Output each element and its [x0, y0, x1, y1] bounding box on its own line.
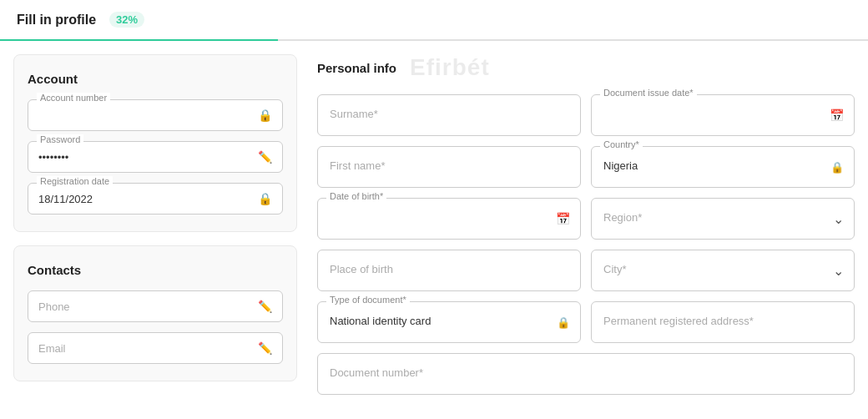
progress-badge: 32%	[109, 12, 144, 28]
account-number-input[interactable]	[38, 109, 249, 122]
email-field: ✏️	[28, 332, 283, 364]
doc-type-field: Type of document* National identity card…	[317, 301, 581, 343]
surname-input[interactable]	[330, 108, 547, 120]
account-number-field: Account number 🔒	[28, 99, 283, 131]
dob-field: Date of birth* 📅	[317, 198, 581, 240]
calendar-icon-2: 📅	[556, 212, 570, 225]
lock-icon: 🔒	[258, 109, 272, 122]
region-dropdown-icon: ⌄	[833, 211, 844, 227]
city-field: ⌄	[591, 250, 855, 291]
doc-type-label: Type of document*	[326, 295, 410, 305]
contacts-fields: ✏️ ✏️	[28, 290, 283, 364]
calendar-icon-1: 📅	[830, 109, 844, 122]
phone-pencil-icon: ✏️	[258, 300, 272, 313]
place-of-birth-input[interactable]	[330, 263, 547, 275]
page-title: Fill in profile	[17, 13, 96, 28]
account-card: Account Account number 🔒 Password ✏️	[13, 54, 297, 232]
registration-date-label: Registration date	[37, 176, 113, 186]
country-label: Country*	[600, 139, 643, 149]
account-fields: Account number 🔒 Password ✏️ Registratio…	[28, 99, 283, 215]
personal-info-grid: Document issue date* 📅 Country* Nigeria …	[317, 94, 855, 395]
email-pencil-icon: ✏️	[258, 341, 272, 355]
doc-issue-date-input[interactable]	[603, 108, 820, 120]
city-input[interactable]	[603, 263, 820, 275]
watermark: Efirbét	[410, 54, 490, 81]
country-value: Nigeria	[603, 159, 638, 172]
place-of-birth-field	[317, 250, 581, 291]
account-number-label: Account number	[37, 93, 110, 103]
password-field: Password ✏️	[28, 141, 283, 173]
contacts-title: Contacts	[28, 263, 283, 277]
registration-date-input[interactable]	[38, 193, 249, 205]
personal-info-title: Personal info	[317, 61, 396, 75]
doc-number-input[interactable]	[330, 366, 820, 379]
city-dropdown-icon: ⌄	[833, 263, 844, 279]
registration-date-field: Registration date 🔒	[28, 183, 283, 215]
password-input[interactable]	[38, 151, 249, 164]
perm-address-input[interactable]	[603, 315, 820, 327]
doc-type-lock-icon: 🔒	[557, 316, 570, 329]
dob-label: Date of birth*	[326, 191, 386, 201]
page-wrapper: Fill in profile 32% Account Account numb…	[0, 0, 868, 419]
region-input[interactable]	[603, 211, 820, 224]
surname-field	[317, 94, 581, 136]
main-content: Account Account number 🔒 Password ✏️	[0, 41, 868, 408]
phone-field: ✏️	[28, 290, 283, 322]
left-panel: Account Account number 🔒 Password ✏️	[13, 54, 297, 381]
header: Fill in profile 32%	[0, 0, 868, 41]
first-name-input[interactable]	[330, 159, 547, 172]
lock-icon-2: 🔒	[258, 192, 272, 205]
dob-input[interactable]	[330, 211, 547, 224]
doc-issue-date-field: Document issue date* 📅	[591, 94, 855, 136]
account-title: Account	[28, 72, 283, 86]
doc-type-value: National identity card	[330, 315, 431, 327]
perm-address-field	[591, 301, 855, 343]
contacts-card: Contacts ✏️ ✏️	[13, 245, 297, 381]
password-label: Password	[37, 134, 83, 144]
phone-input[interactable]	[38, 300, 249, 313]
country-lock-icon: 🔒	[830, 161, 844, 174]
pencil-icon: ✏️	[258, 150, 272, 164]
right-panel: Personal info Efirbét Document issue dat…	[297, 54, 855, 395]
country-field: Country* Nigeria 🔒	[591, 146, 855, 188]
first-name-field	[317, 146, 581, 188]
doc-issue-date-label: Document issue date*	[600, 88, 697, 98]
region-field: ⌄	[591, 198, 855, 240]
doc-number-field	[317, 353, 855, 395]
section-header: Personal info Efirbét	[317, 54, 855, 81]
email-input[interactable]	[38, 342, 249, 355]
